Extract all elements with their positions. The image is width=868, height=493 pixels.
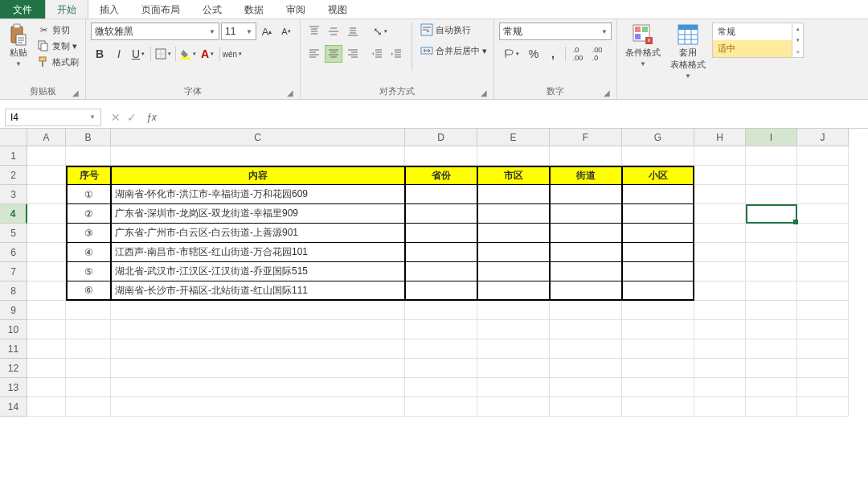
cell[interactable]: [66, 339, 111, 359]
cell[interactable]: [746, 359, 797, 378]
cell[interactable]: [797, 301, 849, 320]
cell[interactable]: [550, 378, 622, 397]
row-header-13[interactable]: 13: [0, 378, 27, 397]
cell[interactable]: [27, 166, 66, 185]
column-header-F[interactable]: F: [550, 129, 622, 146]
cell[interactable]: [477, 301, 550, 320]
cells-area[interactable]: 序号内容省份市区街道小区①湖南省-怀化市-洪江市-幸福街道-万和花园609②广东…: [27, 146, 849, 417]
cell[interactable]: [27, 359, 66, 378]
row-header-12[interactable]: 12: [0, 359, 27, 378]
cell[interactable]: [66, 301, 111, 320]
cell[interactable]: [746, 204, 797, 224]
phonetic-button[interactable]: wén▾: [223, 45, 241, 63]
align-bottom-button[interactable]: [344, 23, 362, 40]
paste-button[interactable]: 粘贴 ▼: [5, 23, 32, 69]
cell[interactable]: [111, 320, 405, 339]
cell[interactable]: [622, 262, 694, 281]
align-middle-button[interactable]: [325, 23, 342, 40]
cell[interactable]: [746, 224, 797, 243]
cell[interactable]: [405, 224, 477, 243]
row-header-2[interactable]: 2: [0, 166, 27, 185]
row-header-1[interactable]: 1: [0, 146, 27, 166]
cell[interactable]: [694, 359, 746, 378]
copy-button[interactable]: 复制▾: [35, 39, 80, 53]
cell[interactable]: [477, 185, 550, 204]
cell[interactable]: 湖北省-武汉市-江汉区-江汉街道-乔亚国际515: [111, 262, 405, 281]
tab-insert[interactable]: 插入: [88, 0, 130, 18]
cell[interactable]: [66, 359, 111, 378]
format-painter-button[interactable]: 格式刷: [35, 55, 80, 69]
cell[interactable]: [694, 301, 746, 320]
cell[interactable]: [622, 185, 694, 204]
cell[interactable]: [622, 204, 694, 224]
tab-data[interactable]: 数据: [233, 0, 275, 18]
cell[interactable]: [27, 262, 66, 281]
cell[interactable]: [797, 281, 849, 301]
cell[interactable]: [477, 397, 550, 417]
cell[interactable]: [746, 378, 797, 397]
tab-view[interactable]: 视图: [317, 0, 358, 18]
row-header-14[interactable]: 14: [0, 397, 27, 417]
column-header-I[interactable]: I: [746, 129, 797, 146]
cell[interactable]: [694, 339, 746, 359]
row-header-5[interactable]: 5: [0, 224, 27, 243]
cell[interactable]: [477, 281, 550, 301]
cell[interactable]: [477, 378, 550, 397]
font-color-button[interactable]: A▾: [199, 45, 216, 63]
cell[interactable]: [27, 301, 66, 320]
cell[interactable]: [405, 262, 477, 281]
clipboard-launcher[interactable]: ◢: [72, 88, 79, 97]
cell[interactable]: 广东省-深圳市-龙岗区-双龙街道-幸福里909: [111, 204, 405, 224]
tab-formulas[interactable]: 公式: [191, 0, 233, 18]
cell[interactable]: 广东省-广州市-白云区-白云街道-上善源901: [111, 224, 405, 243]
cell[interactable]: [477, 243, 550, 262]
cell[interactable]: [797, 146, 849, 166]
cell[interactable]: [27, 339, 66, 359]
cell[interactable]: [622, 378, 694, 397]
cell[interactable]: 湖南省-怀化市-洪江市-幸福街道-万和花园609: [111, 185, 405, 204]
cell[interactable]: [111, 359, 405, 378]
cell[interactable]: [27, 224, 66, 243]
cell[interactable]: [550, 281, 622, 301]
cell[interactable]: [405, 281, 477, 301]
enter-formula-icon[interactable]: ✓: [127, 111, 137, 124]
cell-styles-gallery[interactable]: 常规 适中: [712, 23, 792, 58]
cell[interactable]: [746, 243, 797, 262]
name-box[interactable]: I4▼: [5, 109, 101, 126]
cell[interactable]: [111, 378, 405, 397]
number-launcher[interactable]: ◢: [604, 88, 610, 97]
cell[interactable]: [797, 320, 849, 339]
cell[interactable]: [111, 339, 405, 359]
cell[interactable]: [111, 301, 405, 320]
cell[interactable]: [27, 397, 66, 417]
cell[interactable]: [405, 185, 477, 204]
tab-review[interactable]: 审阅: [275, 0, 317, 18]
borders-button[interactable]: ▾: [154, 45, 172, 63]
cell[interactable]: [622, 359, 694, 378]
tab-page-layout[interactable]: 页面布局: [130, 0, 191, 18]
cell[interactable]: [27, 281, 66, 301]
font-name-combo[interactable]: 微软雅黑▼: [91, 23, 219, 40]
cell[interactable]: [405, 378, 477, 397]
cell[interactable]: [694, 320, 746, 339]
cell[interactable]: [694, 397, 746, 417]
cell[interactable]: [550, 397, 622, 417]
cell[interactable]: [550, 243, 622, 262]
align-center-button[interactable]: [325, 45, 342, 63]
cancel-formula-icon[interactable]: ✕: [111, 111, 121, 124]
cell[interactable]: [550, 301, 622, 320]
row-header-6[interactable]: 6: [0, 243, 27, 262]
cell[interactable]: [27, 243, 66, 262]
cell[interactable]: [550, 262, 622, 281]
cell-styles-more[interactable]: ▴▾≡: [792, 23, 804, 58]
cell[interactable]: [405, 301, 477, 320]
cell[interactable]: [746, 185, 797, 204]
font-launcher[interactable]: ◢: [287, 88, 293, 97]
row-header-9[interactable]: 9: [0, 301, 27, 320]
tab-file[interactable]: 文件: [0, 0, 45, 18]
row-header-3[interactable]: 3: [0, 185, 27, 204]
formula-input[interactable]: [163, 112, 868, 123]
cell[interactable]: [746, 320, 797, 339]
cell[interactable]: 小区: [622, 166, 694, 185]
cell[interactable]: [797, 166, 849, 185]
